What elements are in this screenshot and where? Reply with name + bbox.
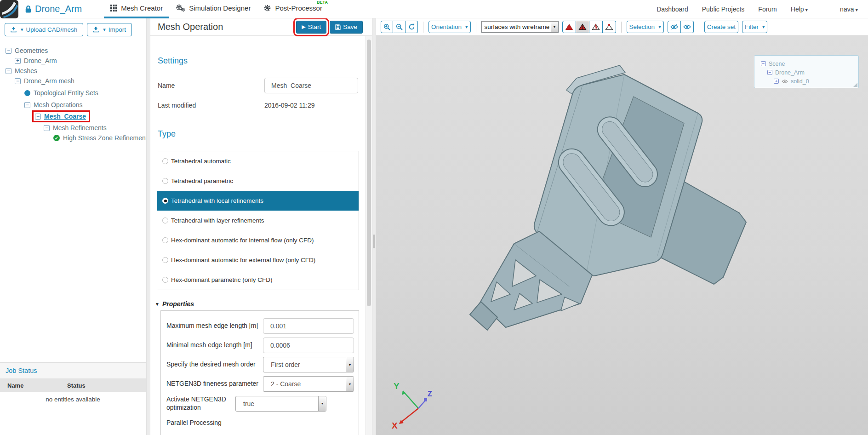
mesh-type-option-tet-automatic[interactable]: Tetrahedral automatic: [157, 151, 359, 171]
check-circle-icon: ✓: [53, 135, 60, 141]
save-button[interactable]: Save: [330, 21, 363, 34]
create-set-button[interactable]: Create set: [704, 21, 738, 33]
nav-link-dashboard[interactable]: Dashboard: [657, 6, 688, 13]
zoom-out-button[interactable]: [393, 21, 405, 33]
scene-node-solid-0[interactable]: + solid_0: [761, 77, 858, 86]
toolbar-separator: [476, 22, 476, 33]
refresh-view-button[interactable]: [405, 21, 418, 33]
tet-nodes-icon-button[interactable]: [603, 21, 616, 33]
collapse-icon[interactable]: −: [6, 48, 11, 54]
radio-icon[interactable]: [162, 257, 168, 263]
import-button[interactable]: ▾ Import: [87, 23, 132, 36]
tet-wireframe-icon-button[interactable]: [589, 21, 603, 33]
visibility-eye-icon[interactable]: [782, 79, 788, 84]
scene-tree-overlay: − Scene − Drone_Arm + solid_0: [754, 55, 859, 88]
project-tree: − Geometries + Drone_Arm − Meshes − Dron…: [0, 46, 146, 143]
tab-simulation-designer[interactable]: Simulation Designer: [169, 0, 257, 18]
resize-handle[interactable]: [853, 83, 857, 87]
collapse-icon[interactable]: −: [15, 78, 21, 84]
project-tree-panel: ▾ Upload CAD/mesh ▾ Import − Geometries …: [0, 18, 146, 435]
radio-icon[interactable]: [162, 237, 168, 243]
left-splitter[interactable]: [146, 18, 150, 435]
caret-down-icon: ▾: [465, 24, 468, 30]
entity-set-dot-icon: [24, 90, 30, 96]
fineness-label: NETGEN3D fineness parameter: [166, 380, 263, 388]
max-edge-length-input[interactable]: [263, 318, 354, 334]
mesh-order-select[interactable]: First order ▼: [263, 357, 354, 372]
radio-icon[interactable]: [162, 218, 168, 223]
toolbar-separator: [699, 22, 699, 33]
app-logo-icon[interactable]: [0, 0, 18, 18]
collapse-icon[interactable]: −: [761, 61, 766, 66]
collapse-icon[interactable]: −: [6, 68, 11, 74]
tab-post-processor[interactable]: BETA Post-Processor: [257, 0, 329, 18]
start-button[interactable]: ▶ Start: [296, 21, 326, 34]
name-input[interactable]: [264, 78, 358, 93]
tree-item-mesh-operations[interactable]: − Mesh Operations: [0, 100, 146, 110]
selection-dropdown[interactable]: Selection▾: [627, 21, 664, 33]
zoom-in-button[interactable]: [381, 21, 393, 33]
nav-link-forum[interactable]: Forum: [758, 6, 777, 13]
tab-label: Mesh Creator: [121, 4, 163, 12]
collapse-icon[interactable]: −: [24, 102, 30, 108]
panel-scrollbar[interactable]: [365, 36, 372, 435]
tet-solid-icon-button[interactable]: [562, 21, 576, 33]
radio-selected-icon[interactable]: [162, 198, 168, 204]
select-arrow-icon[interactable]: ▼: [551, 22, 558, 32]
caret-down-icon: ▾: [21, 27, 23, 33]
radio-icon[interactable]: [162, 277, 168, 283]
nav-menu-help[interactable]: Help▾: [791, 6, 808, 13]
radio-icon[interactable]: [162, 158, 168, 164]
collapse-triangle-icon: ▼: [155, 302, 160, 307]
nav-link-public-projects[interactable]: Public Projects: [702, 6, 745, 13]
splitter-handle[interactable]: [373, 235, 375, 248]
expand-icon[interactable]: +: [774, 79, 779, 84]
scene-node-root[interactable]: − Scene: [761, 59, 858, 68]
axes-triad: Y X Z: [388, 380, 436, 429]
mesh-type-option-hex-external[interactable]: Hex-dominant automatic for external flow…: [157, 250, 359, 270]
viewer-canvas[interactable]: − Scene − Drone_Arm + solid_0: [376, 36, 868, 435]
scene-node-drone-arm[interactable]: − Drone_Arm: [761, 68, 858, 77]
collapse-icon[interactable]: −: [44, 125, 50, 131]
orientation-dropdown[interactable]: Orientation▾: [428, 21, 471, 33]
select-arrow-icon[interactable]: ▼: [346, 377, 354, 391]
nav-menu-user[interactable]: nava▾: [840, 6, 858, 13]
hide-selection-button[interactable]: [668, 21, 681, 33]
fineness-select[interactable]: 2 - Coarse ▼: [263, 376, 354, 392]
collapse-icon[interactable]: −: [35, 114, 41, 120]
tree-item-mesh-coarse[interactable]: − Mesh_Coarse: [0, 111, 146, 121]
optimization-select[interactable]: true ▼: [235, 396, 326, 412]
tree-item-mesh-refinements[interactable]: − Mesh Refinements: [0, 123, 146, 133]
show-selection-button[interactable]: [681, 21, 694, 33]
filter-dropdown[interactable]: Filter▾: [742, 21, 768, 33]
tet-solid-outline-icon-button[interactable]: [576, 21, 589, 33]
mesh-type-option-tet-layer-refinements[interactable]: Tetrahedral with layer refinements: [157, 211, 359, 230]
mesh-type-option-tet-parametric[interactable]: Tetrahedral parametric: [157, 171, 359, 191]
collapse-icon[interactable]: −: [767, 70, 772, 75]
mesh-type-option-tet-local-refinements[interactable]: Tetrahedral with local refinements: [157, 191, 359, 211]
toolbar-separator: [621, 22, 622, 33]
min-edge-length-input[interactable]: [263, 338, 354, 353]
tree-item-geometries[interactable]: − Geometries: [0, 46, 146, 56]
drone-arm-model[interactable]: [376, 36, 868, 435]
viewer-splitter[interactable]: [372, 18, 376, 435]
optimization-label: Activate NETGEN3D optimization: [166, 395, 235, 412]
mesh-type-option-hex-internal[interactable]: Hex-dominant automatic for internal flow…: [157, 230, 359, 250]
mesh-operation-panel: Mesh Operation ▶ Start Save Settings Nam…: [150, 18, 372, 435]
select-arrow-icon[interactable]: ▼: [346, 357, 354, 372]
properties-section-header[interactable]: ▼ Properties: [155, 300, 365, 308]
tree-item-high-stress-zone-refinement[interactable]: ✓ High Stress Zone Refinement: [0, 133, 146, 143]
expand-icon[interactable]: +: [15, 58, 21, 64]
tree-item-meshes[interactable]: − Meshes: [0, 66, 146, 76]
select-arrow-icon[interactable]: ▼: [318, 396, 326, 411]
upload-cad-mesh-button[interactable]: ▾ Upload CAD/mesh: [5, 23, 83, 36]
render-mode-select[interactable]: surfaces with wireframe ▼: [481, 21, 559, 33]
caret-down-icon: ▾: [855, 7, 858, 12]
scrollbar-thumb[interactable]: [367, 40, 371, 306]
tab-mesh-creator[interactable]: Mesh Creator: [104, 0, 169, 18]
tree-item-drone-arm[interactable]: + Drone_Arm: [0, 56, 146, 66]
mesh-type-option-hex-parametric[interactable]: Hex-dominant parametric (only CFD): [157, 270, 359, 290]
tree-item-topological-entity-sets[interactable]: Topological Entity Sets: [0, 88, 146, 98]
tree-item-drone-arm-mesh[interactable]: − Drone_Arm mesh: [0, 76, 146, 86]
radio-icon[interactable]: [162, 178, 168, 184]
